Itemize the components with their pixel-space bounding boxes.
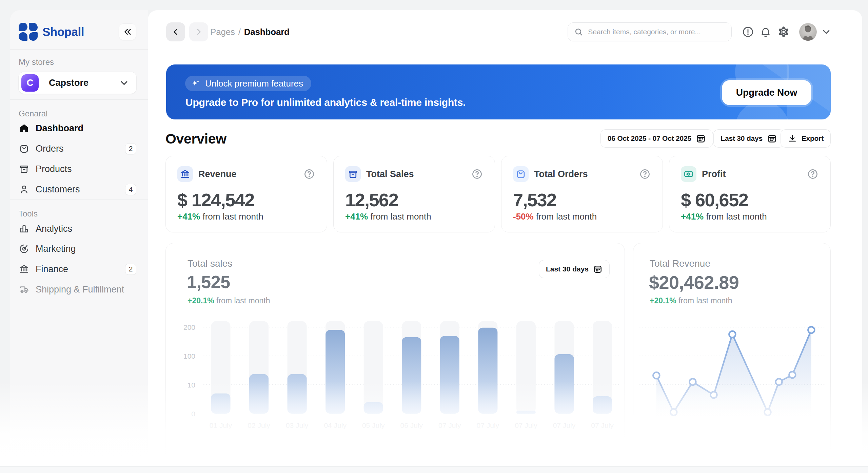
finance-badge: 2 <box>125 264 136 275</box>
header-divider <box>794 26 794 38</box>
sidebar-collapse-button[interactable] <box>119 23 136 40</box>
chevron-right-icon <box>194 27 203 36</box>
period-value: Last 30 days <box>721 134 763 143</box>
bank-icon <box>19 264 29 275</box>
date-range-value: 06 Oct 2025 - 07 Oct 2025 <box>608 134 691 143</box>
breadcrumb-page: Dashboard <box>244 27 290 37</box>
total-revenue-line-chart <box>638 318 828 435</box>
help-icon[interactable] <box>303 168 315 180</box>
export-button[interactable]: Export <box>781 129 831 148</box>
sidebar-item-dashboard[interactable]: Dashboard <box>10 118 148 138</box>
sidebar-item-finance[interactable]: Finance 2 <box>10 259 148 279</box>
stat-delta: +41% from last month <box>345 211 431 222</box>
stat-delta: +41% from last month <box>177 211 263 222</box>
date-range-picker[interactable]: 06 Oct 2025 - 07 Oct 2025 <box>600 129 713 148</box>
search-input[interactable] <box>588 28 725 36</box>
sidebar: Shopall My stores C Capstore Genaral Das… <box>10 10 148 473</box>
bank-icon <box>177 166 193 182</box>
svg-text:02 July: 02 July <box>248 421 270 429</box>
svg-text:03 July: 03 July <box>286 421 309 429</box>
stat-card-revenue: Revenue $ 124,542 +41% from last month <box>165 156 327 232</box>
stat-value: $ 124,542 <box>177 189 254 210</box>
svg-text:0: 0 <box>191 410 195 418</box>
help-icon[interactable] <box>807 168 819 180</box>
target-arrow-icon <box>19 243 29 254</box>
bell-icon[interactable] <box>760 26 772 38</box>
my-stores-label: My stores <box>19 57 54 67</box>
shopping-bag-icon <box>513 166 529 182</box>
export-label: Export <box>802 134 824 143</box>
bottom-bar <box>0 466 868 473</box>
stat-delta: -50% from last month <box>513 211 597 222</box>
avatar-chevron-down-icon[interactable] <box>820 26 832 38</box>
help-icon[interactable] <box>471 168 483 180</box>
svg-text:07 July: 07 July <box>591 421 614 429</box>
truck-icon <box>19 284 29 295</box>
upgrade-banner: Unlock premium features Upgrade to Pro f… <box>166 64 831 119</box>
sidebar-item-analytics[interactable]: Analytics <box>10 219 148 239</box>
shopall-logo-icon <box>19 23 38 41</box>
sales-chart-value: 1,525 <box>187 272 230 292</box>
sidebar-item-products[interactable]: Products <box>10 159 148 179</box>
sidebar-item-marketing[interactable]: Marketing <box>10 239 148 259</box>
store-name: Capstore <box>49 78 88 88</box>
orders-badge: 2 <box>125 143 136 154</box>
user-avatar[interactable] <box>799 23 817 41</box>
user-icon <box>19 184 29 195</box>
breadcrumb: Pages / Dashboard <box>210 22 290 41</box>
section-label-genaral: Genaral <box>19 109 47 118</box>
section-label-tools: Tools <box>19 209 38 219</box>
svg-text:06 July: 06 July <box>400 421 423 429</box>
svg-text:100: 100 <box>183 352 195 360</box>
stat-card-total-sales: Total Sales 12,562 +41% from last month <box>333 156 495 232</box>
search-box[interactable] <box>568 22 732 41</box>
upgrade-now-button[interactable]: Upgrade Now <box>722 80 811 105</box>
sidebar-item-orders[interactable]: Orders 2 <box>10 138 148 159</box>
premium-pill: Unlock premium features <box>185 76 311 91</box>
customers-badge: 4 <box>125 184 136 195</box>
stat-value: $ 60,652 <box>681 189 748 210</box>
chevron-left-icon <box>171 27 180 36</box>
help-icon[interactable] <box>639 168 651 180</box>
revenue-chart-delta: +20.1% from last month <box>650 296 732 305</box>
stat-delta: +41% from last month <box>681 211 767 222</box>
stat-value: 7,532 <box>513 189 556 210</box>
bar-chart-icon <box>19 223 29 234</box>
gear-icon[interactable] <box>777 26 790 38</box>
banner-headline: Upgrade to Pro for unlimited analytics &… <box>185 97 466 108</box>
revenue-chart-value: $20,462.89 <box>649 272 739 293</box>
shopping-bag-icon <box>19 143 29 154</box>
calendar-icon <box>767 133 777 144</box>
revenue-chart-title: Total Revenue <box>650 258 710 269</box>
store-avatar: C <box>21 74 39 92</box>
home-icon <box>19 123 29 134</box>
total-sales-bar-chart: 20010010001 July02 July03 July04 July05 … <box>177 318 621 435</box>
period-select[interactable]: Last 30 days <box>713 129 784 148</box>
breadcrumb-section[interactable]: Pages <box>210 27 235 37</box>
archive-box-icon <box>345 166 361 182</box>
search-icon <box>574 27 583 37</box>
svg-text:07 July: 07 July <box>438 421 461 429</box>
sidebar-item-shipping[interactable]: Shipping & Fulfillment <box>10 279 148 300</box>
total-revenue-card: Total Revenue $20,462.89 +20.1% from las… <box>633 243 831 471</box>
page-title: Overview <box>165 131 226 147</box>
sales-chart-delta: +20.1% from last month <box>188 296 270 305</box>
svg-text:04 July: 04 July <box>324 421 347 429</box>
download-icon <box>788 134 797 143</box>
sales-period-select[interactable]: Last 30 days <box>539 260 610 278</box>
calendar-icon <box>593 264 603 274</box>
svg-text:01 July: 01 July <box>210 421 232 429</box>
forward-button[interactable] <box>189 22 208 41</box>
stat-card-profit: Profit $ 60,652 +41% from last month <box>669 156 831 232</box>
brand-name: Shopall <box>42 25 84 39</box>
store-selector[interactable]: C Capstore <box>18 72 137 94</box>
alert-circle-icon[interactable] <box>742 26 754 38</box>
main-panel: Pages / Dashboard <box>148 10 862 473</box>
stat-card-total-orders: Total Orders 7,532 -50% from last month <box>501 156 663 232</box>
sidebar-item-customers[interactable]: Customers 4 <box>10 179 148 200</box>
back-button[interactable] <box>166 22 185 41</box>
stats-row: Revenue $ 124,542 +41% from last month T… <box>165 156 831 232</box>
svg-text:07 July: 07 July <box>477 421 499 429</box>
svg-text:07 July: 07 July <box>515 421 537 429</box>
svg-text:05 July: 05 July <box>362 421 385 429</box>
